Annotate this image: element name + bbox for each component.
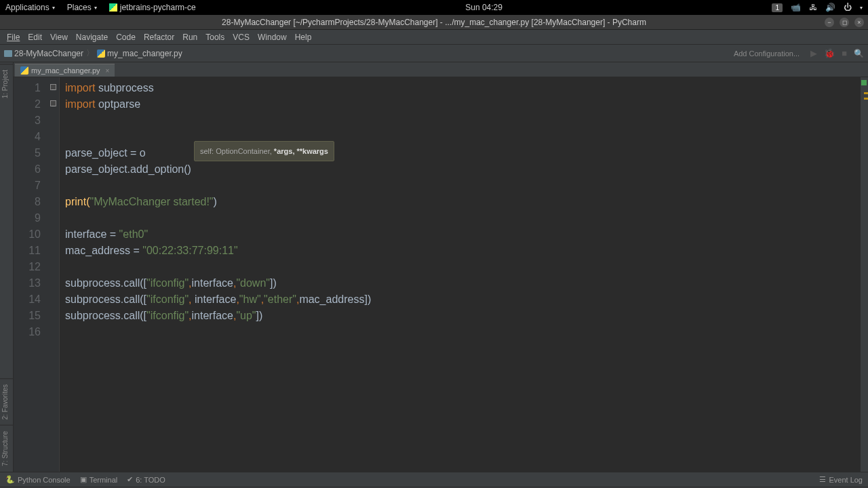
navigation-bar: 28-MyMacChanger 〉 my_mac_changer.py Add … xyxy=(0,45,868,62)
menu-window[interactable]: Window xyxy=(254,33,291,42)
volume-icon[interactable]: 🔊 xyxy=(825,3,835,12)
close-tab-icon[interactable]: × xyxy=(106,67,110,75)
menu-tools[interactable]: Tools xyxy=(201,33,229,42)
folder-icon xyxy=(4,50,12,57)
fold-marker-icon[interactable] xyxy=(50,84,56,90)
system-menu[interactable]: ▾ xyxy=(860,5,863,11)
add-configuration-button[interactable]: Add Configuration... xyxy=(730,48,804,59)
editor-tab[interactable]: my_mac_changer.py × xyxy=(15,64,115,77)
applications-menu[interactable]: Applications▾ xyxy=(5,3,55,12)
favorites-tool-tab[interactable]: 2: Favorites xyxy=(0,378,13,425)
analysis-ok-icon xyxy=(861,80,867,85)
debug-button[interactable]: 🐞 xyxy=(824,48,835,58)
bottom-tool-stripe: 🐍 Python Console ▣ Terminal ✔ 6: TODO ☰ … xyxy=(0,472,868,487)
network-icon[interactable]: 🖧 xyxy=(809,3,817,12)
menu-code[interactable]: Code xyxy=(112,33,140,42)
warning-marker[interactable] xyxy=(864,92,868,94)
fold-marker-icon[interactable] xyxy=(50,100,56,106)
stop-button: ■ xyxy=(842,48,847,58)
python-file-icon xyxy=(97,49,105,58)
left-tool-stripe: 1: Project 2: Favorites 7: Structure xyxy=(0,62,14,472)
close-button[interactable]: × xyxy=(854,18,864,27)
warning-marker[interactable] xyxy=(864,98,868,100)
app-indicator[interactable]: jetbrains-pycharm-ce xyxy=(109,3,196,12)
code-content[interactable]: import subprocess import optparse parse_… xyxy=(60,77,860,472)
menu-refactor[interactable]: Refactor xyxy=(140,33,178,42)
menu-navigate[interactable]: Navigate xyxy=(72,33,112,42)
menu-vcs[interactable]: VCS xyxy=(229,33,254,42)
maximize-button[interactable]: ◻ xyxy=(840,18,849,27)
window-title-bar: 28-MyMacChanger [~/PycharmProjects/28-My… xyxy=(0,15,868,30)
desktop-top-bar: Applications▾ Places▾ jetbrains-pycharm-… xyxy=(0,0,868,15)
python-console-tab[interactable]: 🐍 Python Console xyxy=(5,475,71,484)
project-tool-tab[interactable]: 1: Project xyxy=(0,64,13,104)
menu-run[interactable]: Run xyxy=(178,33,201,42)
tab-filename: my_mac_changer.py xyxy=(31,66,100,75)
workspace-indicator[interactable]: 1 xyxy=(772,3,783,12)
parameter-hint-tooltip: self: OptionContainer, *args, **kwargs xyxy=(194,141,334,161)
menu-bar: File Edit View Navigate Code Refactor Ru… xyxy=(0,30,868,45)
breadcrumb[interactable]: 28-MyMacChanger 〉 my_mac_changer.py xyxy=(4,47,182,59)
event-log-tab[interactable]: ☰ Event Log xyxy=(819,475,863,484)
menu-view[interactable]: View xyxy=(46,33,72,42)
terminal-tab[interactable]: ▣ Terminal xyxy=(80,475,118,484)
structure-tool-tab[interactable]: 7: Structure xyxy=(0,425,13,472)
camera-icon[interactable]: 📹 xyxy=(791,3,801,12)
clock[interactable]: Sun 04:29 xyxy=(196,3,772,12)
menu-file[interactable]: File xyxy=(3,33,24,42)
run-button[interactable]: ▶ xyxy=(810,48,817,58)
menu-help[interactable]: Help xyxy=(291,33,316,42)
places-menu[interactable]: Places▾ xyxy=(67,3,97,12)
minimize-button[interactable]: − xyxy=(825,18,834,27)
gutter-line-numbers: 1234 5678 9101112 13141516 xyxy=(14,77,47,472)
error-stripe[interactable] xyxy=(860,77,868,472)
editor-tabs: my_mac_changer.py × xyxy=(14,62,868,77)
code-editor[interactable]: 1234 5678 9101112 13141516 import subpro… xyxy=(14,77,868,472)
window-title: 28-MyMacChanger [~/PycharmProjects/28-My… xyxy=(222,18,646,27)
fold-gutter xyxy=(47,77,60,472)
menu-edit[interactable]: Edit xyxy=(24,33,46,42)
power-icon[interactable]: ⏻ xyxy=(844,3,852,12)
todo-tab[interactable]: ✔ 6: TODO xyxy=(127,475,165,484)
python-file-icon xyxy=(20,66,28,75)
search-everywhere-icon[interactable]: 🔍 xyxy=(854,49,864,58)
pycharm-icon xyxy=(109,3,117,12)
